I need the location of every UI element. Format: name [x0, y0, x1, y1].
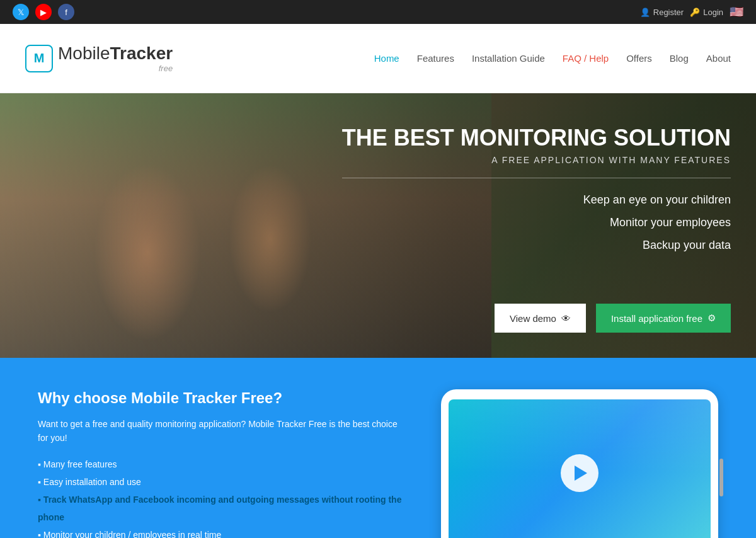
- logo-name: MobileTracker: [58, 43, 173, 64]
- nav-about[interactable]: About: [706, 53, 731, 64]
- login-icon: 🔑: [690, 8, 700, 17]
- list-item: Many free features: [38, 455, 403, 473]
- logo-icon: M: [25, 45, 53, 72]
- hero-content: THE BEST MONITORING SOLUTION A FREE APPL…: [342, 125, 731, 256]
- language-flag[interactable]: 🇺🇸: [730, 5, 743, 19]
- nav-faq[interactable]: FAQ / Help: [563, 53, 609, 64]
- hero-buttons: View demo 👁 Install application free ⚙: [495, 304, 731, 333]
- list-item: Monitor your children / employees in rea…: [38, 526, 403, 538]
- register-icon: 👤: [640, 8, 650, 17]
- list-item-bold: Track WhatsApp and Facebook incoming and…: [38, 491, 403, 526]
- facebook-icon[interactable]: f: [58, 4, 74, 20]
- logo[interactable]: M MobileTracker free: [25, 43, 173, 73]
- hero-features: Keep an eye on your children Monitor you…: [342, 188, 731, 256]
- nav-features[interactable]: Features: [417, 53, 454, 64]
- hero-subtitle: A FREE APPLICATION WITH MANY FEATURES: [342, 155, 731, 165]
- play-button[interactable]: [561, 454, 598, 492]
- top-bar-actions: 👤 Register 🔑 Login 🇺🇸: [640, 5, 743, 19]
- phone-side-bar: [719, 459, 723, 496]
- eye-icon: 👁: [561, 313, 571, 324]
- youtube-icon[interactable]: ▶: [35, 4, 52, 20]
- why-desc: Want to get a free and quality monitorin…: [38, 417, 403, 445]
- why-list: Many free features Easy installation and…: [38, 455, 403, 538]
- nav-offers[interactable]: Offers: [626, 53, 652, 64]
- nav-home[interactable]: Home: [374, 53, 399, 64]
- hero-feature-1: Keep an eye on your children: [342, 188, 731, 211]
- below-hero-section: Why choose Mobile Tracker Free? Want to …: [0, 358, 756, 538]
- hero-section: THE BEST MONITORING SOLUTION A FREE APPL…: [0, 93, 756, 358]
- why-title: Why choose Mobile Tracker Free?: [38, 389, 403, 407]
- video-phone-frame: [441, 389, 718, 538]
- why-section: Why choose Mobile Tracker Free? Want to …: [38, 389, 403, 538]
- video-screen[interactable]: [449, 399, 711, 538]
- login-button[interactable]: 🔑 Login: [690, 8, 723, 17]
- hero-divider: [342, 178, 731, 178]
- header: M MobileTracker free Home Features Insta…: [0, 24, 756, 93]
- logo-free-text: free: [58, 64, 173, 73]
- list-item: Easy installation and use: [38, 473, 403, 491]
- social-links: 𝕏 ▶ f: [13, 4, 74, 20]
- twitter-icon[interactable]: 𝕏: [13, 4, 29, 20]
- hero-feature-2: Monitor your employees: [342, 211, 731, 234]
- nav-installation[interactable]: Installation Guide: [472, 53, 545, 64]
- register-button[interactable]: 👤 Register: [640, 8, 684, 17]
- install-button[interactable]: Install application free ⚙: [596, 304, 731, 333]
- nav-blog[interactable]: Blog: [670, 53, 689, 64]
- view-demo-button[interactable]: View demo 👁: [495, 304, 586, 333]
- top-bar: 𝕏 ▶ f 👤 Register 🔑 Login 🇺🇸: [0, 0, 756, 24]
- gear-icon: ⚙: [707, 312, 716, 324]
- hero-feature-3: Backup your data: [342, 234, 731, 256]
- logo-text-wrapper: MobileTracker free: [58, 43, 173, 73]
- main-nav: Home Features Installation Guide FAQ / H…: [374, 53, 731, 64]
- video-section: [441, 389, 718, 538]
- hero-title: THE BEST MONITORING SOLUTION: [342, 125, 731, 151]
- play-triangle-icon: [575, 466, 587, 481]
